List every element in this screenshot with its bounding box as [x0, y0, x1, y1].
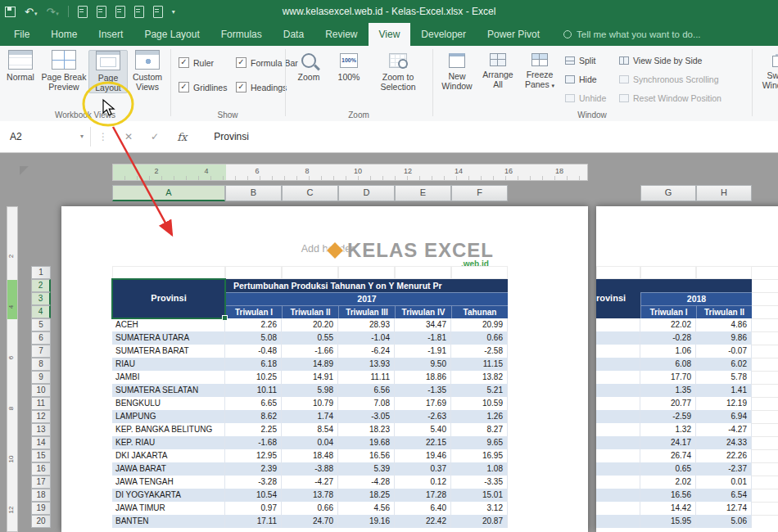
- cell-province[interactable]: KEP. RIAU: [112, 436, 225, 449]
- cell-value[interactable]: 1.41: [696, 384, 752, 397]
- cell-value[interactable]: -6.24: [338, 345, 395, 358]
- cell-value[interactable]: 0.12: [395, 476, 451, 489]
- cell-value[interactable]: 0.01: [696, 476, 752, 489]
- cell-province[interactable]: JAWA BARAT: [112, 462, 225, 476]
- cell-value[interactable]: -3.88: [282, 462, 338, 476]
- row-header-6[interactable]: 6: [31, 331, 51, 345]
- cell-value[interactable]: 19.68: [338, 436, 395, 449]
- column-header-b[interactable]: B: [225, 185, 282, 201]
- empty-cell[interactable]: [596, 266, 640, 279]
- cell-value[interactable]: -1.35: [395, 384, 451, 397]
- cell-clipped[interactable]: [596, 462, 640, 476]
- cell-value[interactable]: 13.82: [451, 371, 508, 384]
- cell-clipped[interactable]: [596, 371, 640, 384]
- empty-cell[interactable]: [451, 266, 508, 279]
- cell-value[interactable]: 10.54: [225, 489, 282, 502]
- cell-value[interactable]: 18.23: [338, 423, 395, 436]
- row-header-1[interactable]: 1: [31, 266, 51, 279]
- column-header-f[interactable]: F: [451, 185, 508, 201]
- row-header-15[interactable]: 15: [31, 449, 51, 462]
- table-col-header-triwulan-i[interactable]: Triwulan I: [640, 305, 696, 318]
- cell-value[interactable]: 1.08: [451, 462, 508, 476]
- cell-value[interactable]: 14.89: [282, 358, 338, 371]
- cell-province[interactable]: KEP. BANGKA BELITUNG: [112, 423, 225, 436]
- cell-value[interactable]: 1.06: [640, 345, 696, 358]
- cell-value[interactable]: 15.95: [640, 515, 696, 528]
- cell-clipped[interactable]: [596, 436, 640, 449]
- cell-value[interactable]: 0.04: [282, 436, 338, 449]
- column-header-h[interactable]: H: [696, 185, 752, 201]
- cell-value[interactable]: 5.98: [282, 384, 338, 397]
- cell-value[interactable]: 8.54: [282, 423, 338, 436]
- cell-value[interactable]: 3.12: [451, 502, 508, 515]
- cell-value[interactable]: 9.86: [696, 331, 752, 345]
- cell-clipped[interactable]: [596, 502, 640, 515]
- column-header-e[interactable]: E: [395, 185, 451, 201]
- cell-province[interactable]: ACEH: [112, 318, 225, 331]
- table-col-header-triwulan-i[interactable]: Triwulan I: [225, 305, 282, 318]
- cell-value[interactable]: 17.28: [395, 489, 451, 502]
- cell-value[interactable]: 20.99: [451, 318, 508, 331]
- row-header-16[interactable]: 16: [31, 462, 51, 476]
- cell-value[interactable]: 18.25: [338, 489, 395, 502]
- cell-value[interactable]: 2.25: [225, 423, 282, 436]
- cell-value[interactable]: -3.35: [451, 476, 508, 489]
- row-header-11[interactable]: 11: [31, 397, 51, 410]
- cell-value[interactable]: 6.40: [395, 502, 451, 515]
- empty-cell[interactable]: [225, 266, 282, 279]
- cell-value[interactable]: 0.66: [282, 502, 338, 515]
- cell-value[interactable]: 6.02: [696, 358, 752, 371]
- column-header-g[interactable]: G: [640, 185, 696, 201]
- cell-clipped[interactable]: [596, 423, 640, 436]
- cell-value[interactable]: 20.87: [451, 515, 508, 528]
- cell-value[interactable]: 16.56: [640, 489, 696, 502]
- cell-province[interactable]: SUMATERA SELATAN: [112, 384, 225, 397]
- row-header-5[interactable]: 5: [31, 318, 51, 331]
- row-header-13[interactable]: 13: [31, 423, 51, 436]
- cell-value[interactable]: 5.78: [696, 371, 752, 384]
- cell-value[interactable]: 0.55: [282, 331, 338, 345]
- cell-value[interactable]: 6.18: [225, 358, 282, 371]
- cell-value[interactable]: 16.95: [451, 449, 508, 462]
- row-header-14[interactable]: 14: [31, 436, 51, 449]
- cell-clipped[interactable]: [596, 345, 640, 358]
- cell-value[interactable]: 9.50: [395, 358, 451, 371]
- cell-clipped[interactable]: [596, 410, 640, 423]
- cell-clipped[interactable]: [596, 476, 640, 489]
- cell-value[interactable]: 28.93: [338, 318, 395, 331]
- cell-value[interactable]: 24.17: [640, 436, 696, 449]
- cell-value[interactable]: 10.59: [451, 397, 508, 410]
- cell-value[interactable]: 0.65: [640, 462, 696, 476]
- row-header-18[interactable]: 18: [31, 489, 51, 502]
- table-col-header-triwulan-iii[interactable]: Triwulan III: [338, 305, 395, 318]
- empty-cell[interactable]: [338, 266, 395, 279]
- cell-province[interactable]: DI YOGYAKARTA: [112, 489, 225, 502]
- cell-clipped[interactable]: [596, 318, 640, 331]
- cell-value[interactable]: 5.08: [225, 331, 282, 345]
- cell-value[interactable]: 2.02: [640, 476, 696, 489]
- column-header-d[interactable]: D: [338, 185, 395, 201]
- row-header-10[interactable]: 10: [31, 384, 51, 397]
- row-header-7[interactable]: 7: [31, 345, 51, 358]
- cell-value[interactable]: 6.94: [696, 410, 752, 423]
- cell-value[interactable]: -1.81: [395, 331, 451, 345]
- cell-value[interactable]: 22.42: [395, 515, 451, 528]
- cell-value[interactable]: -0.48: [225, 345, 282, 358]
- table-corner-provinsi[interactable]: Provinsi: [112, 279, 225, 318]
- cell-province[interactable]: BANTEN: [112, 515, 225, 528]
- cell-value[interactable]: 11.11: [338, 371, 395, 384]
- cell-value[interactable]: 10.25: [225, 371, 282, 384]
- cell-value[interactable]: 1.26: [451, 410, 508, 423]
- cell-value[interactable]: -4.27: [696, 423, 752, 436]
- cell-value[interactable]: 20.20: [282, 318, 338, 331]
- table-corner-right[interactable]: rovinsi: [596, 279, 640, 318]
- cell-value[interactable]: 34.47: [395, 318, 451, 331]
- table-year-right[interactable]: 2018: [640, 292, 752, 305]
- empty-cell[interactable]: [112, 266, 225, 279]
- cell-clipped[interactable]: [596, 358, 640, 371]
- cell-province[interactable]: LAMPUNG: [112, 410, 225, 423]
- cell-value[interactable]: 7.08: [338, 397, 395, 410]
- row-header-17[interactable]: 17: [31, 476, 51, 489]
- cell-value[interactable]: 20.77: [640, 397, 696, 410]
- cell-province[interactable]: JAMBI: [112, 371, 225, 384]
